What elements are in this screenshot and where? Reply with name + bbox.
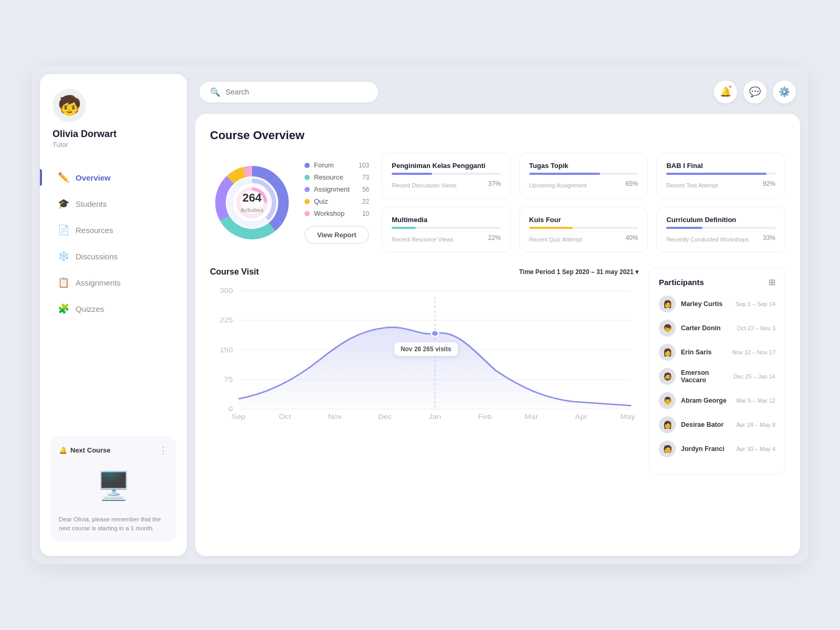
user-name: Olivia Dorwart: [52, 129, 117, 140]
resources-icon: 📄: [58, 224, 69, 236]
bell-icon: 🔔: [59, 446, 67, 454]
legend-assignment: Assignment 56: [304, 185, 369, 193]
search-bar[interactable]: 🔍: [200, 82, 378, 102]
metric-bar-bg: [392, 173, 501, 175]
participant-5: 👩 Desirae Bator Apr 28 – May 8: [659, 416, 775, 433]
metric-bar-bg: [392, 227, 501, 229]
participant-avatar-2: 👩: [659, 344, 676, 361]
svg-text:Mar: Mar: [524, 413, 538, 420]
svg-text:300: 300: [220, 288, 233, 295]
dropdown-icon[interactable]: ▾: [635, 268, 638, 276]
metric-bar-bg: [666, 227, 775, 229]
participants-title: Participants: [659, 278, 704, 287]
metric-bar-bg: [529, 227, 638, 229]
search-input[interactable]: [226, 88, 368, 96]
nav-list: ✏️ Overview 🎓 Students 📄 Resources ❄️ Di…: [50, 165, 176, 428]
metric-bar-fill: [666, 173, 766, 175]
svg-text:150: 150: [220, 346, 233, 353]
view-report-button[interactable]: View Report: [304, 226, 369, 244]
svg-text:Feb: Feb: [478, 413, 492, 420]
participant-3: 🧔 Emerson Vaccaro Dec 25 – Jan 14: [659, 368, 775, 385]
metric-card-5: Curriculum Definition Recently Conducted…: [656, 207, 785, 253]
metric-card-1: Tugas Topik Upcoming Assignment 65%: [519, 153, 648, 198]
metric-card-2: BAB I Final Recent Test Attempt 92%: [656, 153, 785, 198]
participant-0: 👩 Marley Curtis Sep 1 – Sep 14: [659, 296, 775, 312]
participant-avatar-4: 👨: [659, 392, 676, 409]
svg-text:Dec: Dec: [378, 413, 392, 420]
participants-panel: Participants ⊞ 👩 Marley Curtis Sep 1 – S…: [649, 267, 785, 475]
metric-card-0: Penginiman Kelas Pengganti Recent Discus…: [382, 153, 511, 198]
course-visit-header: Course Visit Time Period 1 Sep 2020 – 31…: [210, 267, 638, 277]
next-course-card: 🔔 Next Course ⋮ 🖥️ Dear Olivia, please r…: [50, 436, 176, 542]
metric-bar-fill: [392, 173, 432, 175]
participant-avatar-1: 👦: [659, 320, 676, 337]
chart-tooltip: Nov 26 265 visits: [394, 342, 458, 356]
dashboard-area: Course Overview: [195, 114, 800, 556]
search-icon: 🔍: [210, 87, 220, 97]
course-visit-section: Course Visit Time Period 1 Sep 2020 – 31…: [210, 267, 638, 475]
legend-quiz: Quiz 22: [304, 197, 369, 205]
notifications-button[interactable]: 🔔: [714, 80, 737, 103]
sidebar-item-discussions[interactable]: ❄️ Discussions: [50, 244, 176, 268]
metric-bar-fill: [666, 227, 702, 229]
sidebar-item-assignments[interactable]: 📋 Assignments: [50, 270, 176, 295]
course-image: 🖥️: [59, 463, 168, 510]
sidebar-item-label: Students: [76, 200, 107, 208]
svg-text:Sep: Sep: [232, 413, 246, 420]
sidebar-item-label: Discussions: [76, 252, 118, 261]
sidebar-item-overview[interactable]: ✏️ Overview: [50, 165, 176, 190]
quizzes-icon: 🧩: [58, 303, 69, 314]
sidebar-item-students[interactable]: 🎓 Students: [50, 192, 176, 216]
donut-center: 264 Activities: [240, 191, 263, 214]
donut-section: 264 Activities Forum 103: [210, 153, 369, 253]
main-content: 🔍 🔔 💬 ⚙️ Course Overview: [195, 66, 808, 564]
sidebar-item-resources[interactable]: 📄 Resources: [50, 218, 176, 242]
participant-4: 👨 Abram George Mar 5 – Mar 12: [659, 392, 775, 409]
metric-bar-fill: [392, 227, 416, 229]
overview-icon: ✏️: [58, 172, 69, 183]
svg-text:75: 75: [224, 376, 233, 383]
metric-bar-fill: [529, 173, 600, 175]
legend-list: Forum 103 Resource 73 Assignment: [304, 161, 369, 217]
svg-text:Oct: Oct: [279, 413, 291, 420]
participants-header: Participants ⊞: [659, 277, 775, 287]
app-shell: 🧒 Olivia Dorwart Tutor ✏️ Overview 🎓 Stu…: [32, 66, 808, 564]
participant-avatar-0: 👩: [659, 296, 676, 312]
sidebar-item-label: Quizzes: [76, 304, 104, 313]
svg-text:Apr: Apr: [575, 413, 588, 420]
metric-card-3: Multimedia Recent Resource Views 22%: [382, 207, 511, 253]
sidebar-item-label: Overview: [76, 173, 111, 182]
notification-dot: [728, 85, 732, 89]
messages-button[interactable]: 💬: [743, 80, 766, 103]
top-actions: 🔔 💬 ⚙️: [714, 80, 796, 103]
computer-icon: 🖥️: [97, 470, 131, 502]
svg-text:Jan: Jan: [428, 413, 441, 420]
discussions-icon: ❄️: [58, 250, 69, 262]
svg-text:Nov: Nov: [328, 413, 342, 420]
metric-cards: Penginiman Kelas Pengganti Recent Discus…: [382, 153, 785, 253]
next-course-message: Dear Olivia, please remember that the ne…: [59, 515, 168, 533]
metric-bar-bg: [529, 173, 638, 175]
filter-icon[interactable]: ⊞: [769, 277, 775, 287]
chart-container: 300 225 150 75 0: [210, 285, 638, 422]
sidebar-item-quizzes[interactable]: 🧩 Quizzes: [50, 297, 176, 321]
participant-1: 👦 Carter Donin Oct 22 – Nov 3: [659, 320, 775, 337]
more-icon[interactable]: ⋮: [159, 445, 168, 456]
legend-forum: Forum 103: [304, 161, 369, 169]
user-profile: 🧒 Olivia Dorwart Tutor: [50, 89, 176, 149]
legend-workshop: Workshop 10: [304, 209, 369, 217]
bottom-section: Course Visit Time Period 1 Sep 2020 – 31…: [210, 267, 785, 475]
settings-button[interactable]: ⚙️: [773, 80, 796, 103]
top-bar: 🔍 🔔 💬 ⚙️: [195, 74, 800, 114]
sidebar-item-label: Assignments: [76, 278, 121, 287]
students-icon: 🎓: [58, 198, 69, 209]
metric-bar-bg: [666, 173, 775, 175]
course-visit-title: Course Visit: [210, 267, 259, 277]
participant-avatar-5: 👩: [659, 416, 676, 433]
svg-text:0: 0: [228, 406, 233, 413]
assignments-icon: 📋: [58, 277, 69, 288]
participant-avatar-6: 🧑: [659, 440, 676, 457]
next-course-header: 🔔 Next Course ⋮: [59, 445, 168, 456]
participant-2: 👩 Erin Saris Nov 12 – Nov 17: [659, 344, 775, 361]
svg-text:May: May: [620, 413, 635, 420]
